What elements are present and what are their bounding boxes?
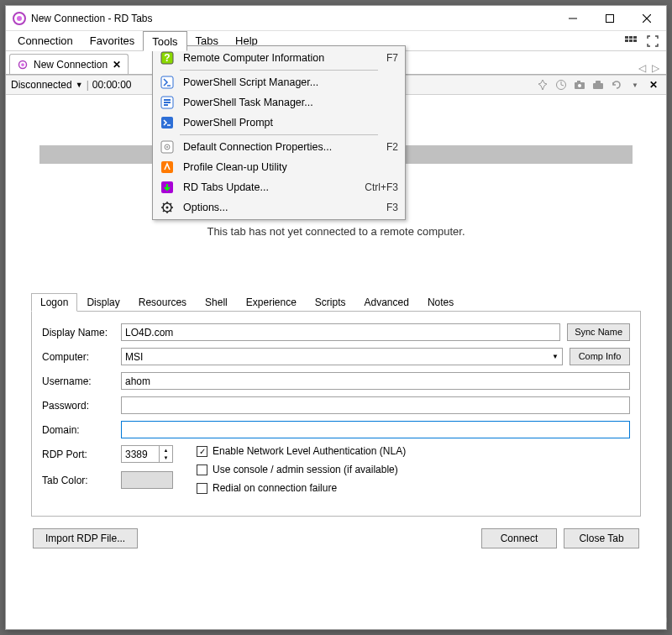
svg-rect-8 (633, 36, 637, 39)
svg-line-40 (171, 211, 171, 212)
rdp-port-input[interactable] (122, 449, 159, 460)
rdp-port-label: RDP Port: (42, 449, 114, 460)
connect-button[interactable]: Connect (481, 528, 557, 548)
menu-item-profile-clean-up-utility[interactable]: Profile Clean-up Utility (155, 157, 403, 177)
menu-shortcut: F7 (386, 52, 398, 64)
ps-icon (160, 75, 175, 90)
app-icon (13, 12, 26, 25)
svg-rect-3 (606, 14, 614, 22)
tab-app-icon (17, 59, 29, 71)
watermark: ⬇ LO4D.com (597, 610, 667, 628)
menu-connection[interactable]: Connection (9, 31, 81, 50)
tab-display[interactable]: Display (77, 293, 129, 312)
tab-scripts[interactable]: Scripts (306, 293, 355, 312)
settings-panel: Logon Display Resources Shell Experience… (31, 292, 641, 548)
display-name-input[interactable] (121, 323, 560, 341)
svg-point-1 (17, 16, 22, 21)
menu-item-powershell-prompt[interactable]: PowerShell Prompt (155, 113, 403, 133)
console-checkbox[interactable] (197, 464, 207, 475)
svg-rect-26 (164, 104, 168, 106)
computer-combo[interactable]: MSI ▼ (121, 348, 563, 365)
menu-item-remote-computer-information[interactable]: ?Remote Computer InformationF7 (155, 48, 403, 68)
document-tab[interactable]: New Connection ✕ (9, 54, 129, 74)
tab-notes[interactable]: Notes (418, 293, 463, 312)
redial-checkbox[interactable] (197, 483, 207, 494)
menu-item-default-connection-properties[interactable]: Default Connection Properties...F2 (155, 137, 403, 157)
tab-shell[interactable]: Shell (196, 293, 237, 312)
svg-text:?: ? (164, 52, 170, 64)
window-title: New Connection - RD Tabs (31, 13, 562, 24)
password-label: Password: (42, 400, 114, 412)
menu-shortcut: F3 (386, 202, 398, 213)
tab-advanced[interactable]: Advanced (355, 293, 418, 312)
thumbnails-icon[interactable] (624, 35, 638, 47)
nla-label: Enable Network Level Authentication (NLA… (213, 445, 406, 457)
menu-item-options[interactable]: Options...F3 (155, 197, 403, 218)
svg-rect-9 (625, 39, 628, 42)
spin-down-icon[interactable]: ▼ (160, 454, 172, 463)
svg-rect-16 (577, 81, 580, 83)
pin-icon[interactable] (535, 77, 550, 92)
update-icon (160, 180, 175, 195)
connection-timer: 00:00:00 (92, 79, 132, 91)
document-tab-label: New Connection (34, 59, 108, 71)
svg-line-39 (163, 203, 164, 204)
spin-up-icon[interactable]: ▲ (160, 446, 172, 454)
console-label: Use console / admin session (if availabl… (213, 464, 398, 475)
menu-item-rd-tabs-update[interactable]: RD Tabs Update...Ctrl+F3 (155, 177, 403, 197)
menu-item-label: Remote Computer Information (183, 52, 378, 64)
properties-icon (160, 139, 175, 155)
toolbox-icon[interactable] (591, 77, 606, 92)
rdp-port-spinner[interactable]: ▲ ▼ (121, 445, 173, 463)
svg-rect-10 (629, 39, 633, 42)
maximize-button[interactable] (599, 10, 621, 27)
svg-point-17 (578, 84, 581, 87)
svg-point-30 (166, 146, 168, 148)
tab-close-icon[interactable]: ✕ (113, 59, 121, 71)
tab-next-icon[interactable]: ▷ (649, 62, 661, 74)
menu-tools[interactable]: Tools (143, 31, 186, 51)
username-input[interactable] (121, 372, 630, 390)
toolbar-close-icon[interactable]: ✕ (646, 77, 661, 92)
question-icon: ? (160, 50, 175, 66)
sync-name-button[interactable]: Sync Name (567, 323, 630, 341)
menu-item-powershell-task-manager[interactable]: PowerShell Task Manager... (155, 92, 403, 113)
camera-icon[interactable] (572, 77, 587, 92)
menu-item-label: Profile Clean-up Utility (183, 161, 398, 173)
fullscreen-icon[interactable] (646, 35, 659, 47)
minimize-button[interactable] (562, 10, 584, 27)
import-rdp-button[interactable]: Import RDP File... (33, 528, 138, 548)
menu-item-label: PowerShell Prompt (183, 117, 398, 129)
tools-dropdown: ?Remote Computer InformationF7PowerShell… (152, 45, 406, 220)
svg-rect-18 (593, 83, 603, 89)
close-button[interactable] (636, 10, 658, 27)
svg-rect-25 (164, 102, 171, 103)
titlebar: New Connection - RD Tabs (6, 6, 666, 31)
state-chevron-icon[interactable]: ▼ (76, 81, 83, 89)
tab-logon[interactable]: Logon (31, 293, 77, 312)
tab-resources[interactable]: Resources (129, 293, 196, 312)
redo-icon[interactable] (609, 77, 624, 92)
password-input[interactable] (121, 396, 630, 414)
menu-chevron-icon[interactable]: ▼ (627, 77, 643, 92)
tab-color-swatch[interactable] (121, 471, 173, 489)
svg-rect-7 (629, 36, 633, 39)
connection-state: Disconnected (11, 79, 72, 91)
menu-favorites[interactable]: Favorites (81, 31, 143, 50)
domain-input[interactable] (121, 421, 630, 438)
menu-item-label: RD Tabs Update... (183, 181, 356, 193)
menu-separator (180, 70, 378, 71)
close-tab-button[interactable]: Close Tab (564, 528, 639, 548)
comp-info-button[interactable]: Comp Info (570, 348, 630, 365)
username-label: Username: (42, 375, 114, 387)
nla-checkbox[interactable]: ✓ (197, 446, 207, 457)
clock-icon[interactable] (554, 77, 569, 92)
menu-shortcut: Ctrl+F3 (365, 181, 398, 193)
tab-prev-icon[interactable]: ◁ (636, 62, 648, 74)
options-icon (160, 200, 175, 215)
tab-experience[interactable]: Experience (237, 293, 306, 312)
menu-separator (180, 134, 378, 135)
menu-item-powershell-script-manager[interactable]: PowerShell Script Manager... (155, 72, 403, 92)
domain-label: Domain: (42, 424, 114, 436)
svg-point-34 (166, 207, 169, 209)
